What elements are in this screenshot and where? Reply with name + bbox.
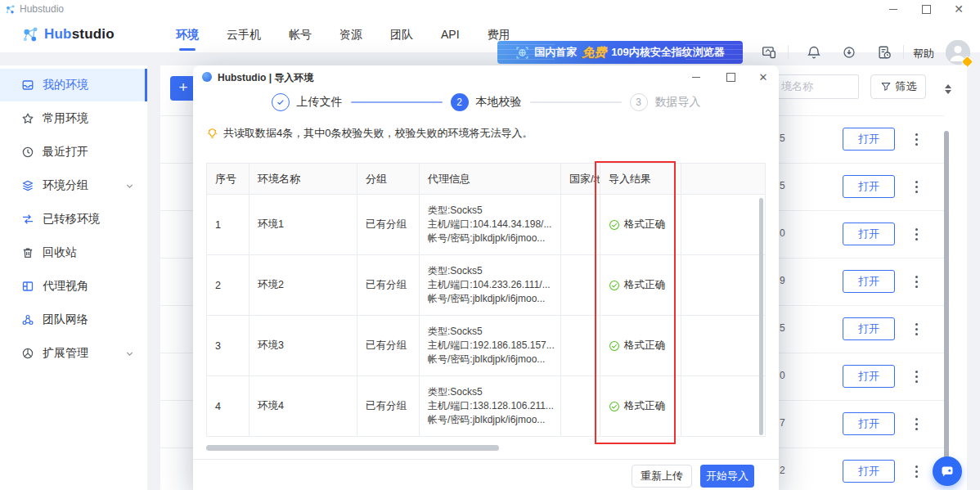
- screen-sync-icon[interactable]: [762, 45, 776, 60]
- step-label: 上传文件: [297, 95, 343, 110]
- sidebar-item-label: 代理视角: [43, 279, 88, 294]
- window-title: Hubstudio: [20, 3, 64, 15]
- modal-logo-icon: [202, 72, 212, 82]
- sort-control[interactable]: [943, 83, 953, 95]
- user-avatar[interactable]: [946, 40, 970, 65]
- step-connector: [530, 101, 622, 103]
- open-environment-button[interactable]: 打开: [843, 270, 895, 293]
- transfer-icon: [21, 213, 34, 226]
- environment-icon: [21, 79, 34, 92]
- update-sync-icon[interactable]: [842, 45, 856, 60]
- cell-index: 2: [207, 255, 249, 316]
- cell-proxy: 类型:Socks5 主机/端口:192.186.185.157... 帐号/密码…: [420, 316, 561, 376]
- cell-result: 格式正确: [600, 195, 681, 255]
- truncated-cell-text: 7: [780, 417, 785, 429]
- step-label: 数据导入: [655, 95, 701, 110]
- import-steps: 上传文件 2 本地校验 3 数据导入: [193, 93, 779, 111]
- cell-proxy: 类型:Socks5 主机/端口:138.128.106.211... 帐号/密码…: [420, 376, 561, 437]
- step-local-validation: 2 本地校验: [451, 93, 522, 111]
- sidebar-item-team-network[interactable]: 团队网络: [0, 303, 147, 336]
- sidebar-item-label: 最近打开: [43, 145, 88, 160]
- row-more-menu[interactable]: [910, 461, 923, 482]
- sidebar-item-transferred-environments[interactable]: 已转移环境: [0, 203, 147, 236]
- sidebar-item-recently-opened[interactable]: 最近打开: [0, 136, 147, 169]
- cell-proxy: 类型:Socks5 主机/端口:104.233.26.111/... 帐号/密码…: [420, 255, 561, 316]
- notification-bell-icon[interactable]: [807, 45, 821, 60]
- truncated-cell-text: 9: [780, 275, 785, 286]
- modal-vertical-scrollbar[interactable]: [759, 198, 763, 435]
- cell-index: 1: [207, 195, 249, 255]
- promo-suffix: 109内核安全指纹浏览器: [611, 45, 725, 60]
- filter-button[interactable]: 筛选: [870, 74, 926, 99]
- start-import-button[interactable]: 开始导入: [700, 465, 754, 488]
- window-minimize-button[interactable]: [882, 2, 905, 16]
- cell-empty: [681, 376, 765, 437]
- modal-minimize-button[interactable]: [686, 70, 707, 84]
- truncated-cell-text: 2: [780, 465, 785, 476]
- step-upload-file: 上传文件: [272, 93, 343, 111]
- sidebar-item-proxy-view[interactable]: 代理视角: [0, 270, 147, 303]
- sidebar-item-recycle-bin[interactable]: 回收站: [0, 236, 147, 269]
- modal-maximize-button[interactable]: [720, 70, 741, 84]
- nav-item-environment[interactable]: 环境: [162, 18, 213, 52]
- modal-title: Hubstudio | 导入环境: [218, 71, 313, 85]
- table-row: 4 环境4 已有分组 类型:Socks5 主机/端口:138.128.106.2…: [207, 376, 765, 437]
- cell-empty: [681, 316, 765, 376]
- cell-name: 环境1: [249, 195, 357, 255]
- modal-close-button[interactable]: ✕: [753, 70, 774, 84]
- operation-log-icon[interactable]: [877, 45, 892, 60]
- sidebar-item-environment-groups[interactable]: 环境分组: [0, 169, 147, 202]
- reupload-button[interactable]: 重新上传: [632, 465, 692, 488]
- open-environment-button[interactable]: 打开: [843, 412, 895, 435]
- modal-horizontal-scrollbar[interactable]: [206, 445, 499, 451]
- col-header-result: 导入结果: [600, 164, 681, 195]
- truncated-cell-text: 5: [780, 133, 785, 144]
- truncated-cell-text: 5: [780, 180, 785, 191]
- truncated-cell-text: 0: [780, 370, 785, 381]
- help-link[interactable]: 帮助: [913, 47, 934, 61]
- open-environment-button[interactable]: 打开: [843, 175, 895, 198]
- row-more-menu[interactable]: [910, 271, 923, 292]
- open-environment-button[interactable]: 打开: [843, 365, 895, 388]
- customer-service-chat-button[interactable]: [933, 456, 962, 486]
- row-more-menu[interactable]: [910, 413, 923, 434]
- nav-item-team[interactable]: 团队: [376, 18, 427, 52]
- check-circle-icon: [609, 401, 620, 412]
- cell-result: 格式正确: [600, 316, 681, 376]
- filter-label: 筛选: [896, 79, 917, 94]
- window-maximize-button[interactable]: [915, 2, 937, 16]
- sidebar-item-label: 环境分组: [43, 178, 88, 193]
- trash-icon: [21, 246, 34, 259]
- col-header-index: 序号: [207, 164, 249, 195]
- sidebar-item-label: 回收站: [43, 245, 77, 260]
- sidebar-item-extension-management[interactable]: 扩展管理: [0, 337, 147, 370]
- sidebar-item-label: 团队网络: [43, 312, 88, 327]
- clock-icon: [21, 146, 34, 159]
- list-scrollbar[interactable]: [944, 131, 949, 458]
- nav-item-api[interactable]: API: [427, 18, 474, 52]
- row-more-menu[interactable]: [910, 223, 923, 245]
- row-more-menu[interactable]: [910, 128, 923, 150]
- search-input[interactable]: 境名称: [769, 74, 859, 99]
- sidebar-item-my-environments[interactable]: 我的环境: [0, 69, 147, 101]
- cell-result: 格式正确: [600, 376, 681, 437]
- promo-banner[interactable]: 国内首家 免费 109内核安全指纹浏览器: [497, 41, 743, 64]
- row-more-menu[interactable]: [910, 318, 923, 339]
- window-close-button[interactable]: ✕: [947, 2, 970, 16]
- nav-item-resources[interactable]: 资源: [326, 18, 376, 52]
- open-environment-button[interactable]: 打开: [843, 317, 895, 340]
- chat-bubble-icon: [939, 463, 955, 479]
- nav-item-account[interactable]: 帐号: [275, 18, 326, 52]
- open-environment-button[interactable]: 打开: [843, 223, 895, 245]
- open-environment-button[interactable]: 打开: [843, 460, 895, 483]
- row-more-menu[interactable]: [910, 366, 923, 387]
- star-icon: [21, 112, 34, 125]
- navbar: Hubstudio 环境 云手机 帐号 资源 团队 API 费用 国内首家 免费…: [0, 18, 980, 52]
- sidebar-item-favorite-environments[interactable]: 常用环境: [0, 102, 147, 135]
- table-row: 1 环境1 已有分组 类型:Socks5 主机/端口:104.144.34.19…: [207, 195, 765, 255]
- truncated-cell-text: 0: [780, 227, 785, 239]
- brand-logo: Hubstudio: [21, 25, 115, 43]
- nav-item-cloud-phone[interactable]: 云手机: [213, 18, 275, 52]
- row-more-menu[interactable]: [910, 176, 923, 197]
- open-environment-button[interactable]: 打开: [843, 128, 895, 151]
